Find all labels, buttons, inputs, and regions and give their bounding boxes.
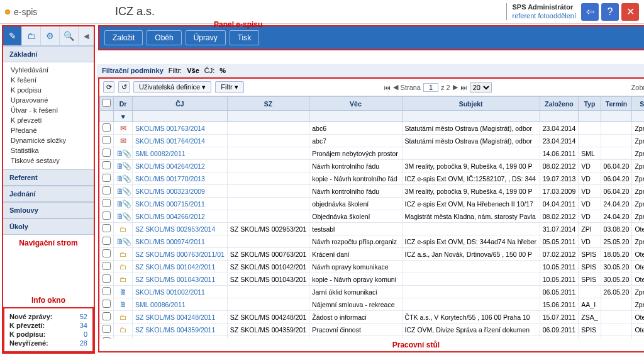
sidebar-item[interactable]: Upravované [3, 95, 94, 105]
row-checkbox[interactable] [103, 123, 111, 132]
sidebar-item[interactable]: Dynamické složky [3, 135, 94, 145]
cj-link[interactable]: SZ SKOL/MS 004248/2011 [135, 313, 215, 321]
cj-link[interactable]: SKOL/MS 001002/2011 [135, 288, 205, 296]
row-checkbox[interactable] [103, 149, 111, 157]
refresh-icon[interactable]: ⟳ [103, 81, 114, 93]
filter-button[interactable]: Filtr ▾ [215, 81, 243, 93]
info-value[interactable]: 28 [71, 339, 87, 347]
info-value[interactable]: 0 [71, 330, 87, 338]
col-header[interactable]: Založeno [540, 97, 579, 111]
cj-link[interactable]: SKOL/MS 000715/2011 [135, 200, 205, 208]
sidebar-item[interactable]: K řešení [3, 75, 94, 85]
row-checkbox[interactable] [103, 224, 111, 232]
cj-link[interactable]: SZ SKOL/MS 002953/2014 [135, 225, 215, 233]
toolbar-btn-založit[interactable]: Založit [104, 30, 143, 45]
cj-link[interactable]: SZ SKOL/MS 000763/2011/01 [135, 251, 225, 258]
pager-first-icon[interactable]: ⏮ [384, 84, 391, 91]
col-header[interactable]: Termín [601, 97, 632, 111]
cj-link[interactable]: SKOL/MS 004264/2012 [135, 162, 205, 170]
cj-link[interactable]: SZ SKOL/MS 001043/2011 [135, 276, 215, 283]
acc-head-2[interactable]: Jednání [3, 186, 94, 202]
sidebar-item[interactable]: Tiskové sestavy [3, 155, 94, 166]
toolbar-btn-oběh[interactable]: Oběh [147, 30, 181, 45]
row-checkbox[interactable] [103, 262, 111, 270]
sidebar-item[interactable]: K převzetí [3, 115, 94, 125]
table-row[interactable]: 🗎📎SKOL/MS 004264/2012Návrh kontrolního ř… [100, 160, 645, 172]
cj-link[interactable]: SKOL/MS 004266/2012 [135, 213, 205, 220]
acc-head-3[interactable]: Smlouvy [3, 202, 94, 218]
row-checkbox[interactable] [103, 312, 111, 320]
table-row[interactable]: 🗀SZ SKOL/MS 004248/2011SZ SKOL/MS 004248… [100, 311, 645, 324]
row-checkbox[interactable] [103, 174, 111, 182]
help-icon[interactable]: ? [601, 3, 619, 21]
col-header[interactable]: Věc [309, 97, 402, 111]
pager-prev-icon[interactable]: ◀ [393, 83, 398, 91]
col-header[interactable]: Subjekt [402, 97, 540, 111]
pager-next-icon[interactable]: ▶ [453, 83, 458, 91]
sidebar-tab-new-icon[interactable]: ✎ [3, 26, 22, 45]
acc-head-4[interactable]: Úkoly [3, 218, 94, 235]
cj-link[interactable]: SKOL/MS 000974/2011 [135, 238, 205, 245]
col-header[interactable]: Stav [632, 97, 644, 111]
reset-icon[interactable]: ↺ [118, 81, 130, 93]
row-checkbox[interactable] [103, 186, 111, 194]
col-header[interactable] [100, 97, 114, 111]
col-header[interactable]: ČJ [133, 97, 228, 111]
filter-dropdown-icon[interactable]: ▾ [121, 113, 125, 120]
cj-link[interactable]: SKOL/MS 001763/2014 [135, 125, 205, 132]
table-row[interactable]: 🗎SML 00086/2011Nájemní smlouva - rekreac… [100, 298, 645, 311]
back-icon[interactable]: ⇦ [581, 3, 599, 21]
row-checkbox[interactable] [103, 161, 111, 169]
table-row[interactable]: 🗎📎SKOL/MS 000715/2011objednávka školeníI… [100, 198, 645, 210]
toolbar-btn-úpravy[interactable]: Úpravy [186, 30, 226, 45]
row-checkbox[interactable] [103, 287, 111, 295]
sidebar-tab-gear-icon[interactable]: ⚙ [41, 26, 60, 45]
table-row[interactable]: 🗀SZ SKOL/MS 001042/2011SZ SKOL/MS 001042… [100, 261, 645, 273]
toolbar-btn-tisk[interactable]: Tisk [230, 30, 260, 45]
cj-link[interactable]: SML 00086/2011 [135, 301, 186, 308]
row-checkbox[interactable] [103, 300, 111, 308]
sidebar-item[interactable]: Vyhledávání [3, 65, 94, 75]
col-header[interactable]: Dr [114, 97, 133, 111]
table-row[interactable]: 🗎📎SKOL/MS 000323/2009Návrh kontrolního ř… [100, 185, 645, 198]
row-checkbox[interactable] [103, 136, 111, 144]
info-value[interactable]: 52 [71, 313, 87, 320]
cj-link[interactable]: SZ SKOL/MS 004359/2011 [135, 326, 215, 334]
row-checkbox[interactable] [103, 249, 111, 257]
sidebar-collapse-icon[interactable]: ◀ [79, 32, 94, 40]
sidebar-item[interactable]: Statistika [3, 145, 94, 155]
table-row[interactable]: 🗎📎SKOL/MS 001770/2013kopie - Návrh kontr… [100, 172, 645, 185]
row-checkbox[interactable] [103, 211, 111, 220]
table-row[interactable]: 🗀SZ SKOL/MS 002953/2014SZ SKOL/MS 002953… [100, 223, 645, 235]
table-row[interactable]: 🗎SKOL/MS 001002/2011Jarní úklid komunika… [100, 286, 645, 298]
userdef-button[interactable]: Uživatelská definice ▾ [133, 81, 211, 93]
cj-link[interactable]: SZ SKOL/MS 001042/2011 [135, 263, 215, 271]
acc-head-1[interactable]: Referent [3, 169, 94, 186]
table-row[interactable]: 🗀SZ SKOL/MS 004359/2011SZ SKOL/MS 004359… [100, 324, 645, 336]
cj-link[interactable]: SKOL/MS 001770/2013 [135, 175, 205, 183]
col-header[interactable]: SZ [227, 97, 309, 111]
row-checkbox[interactable] [103, 237, 111, 245]
info-value[interactable]: 34 [71, 322, 87, 329]
cj-link[interactable]: SML 00082/2011 [135, 150, 186, 157]
cj-link[interactable]: SKOL/MS 000323/2009 [135, 188, 205, 195]
table-row[interactable]: 🗎📎SML 00082/2011Pronájem nebytových pros… [100, 147, 645, 160]
table-row[interactable]: 🗎📎SKOL/MS 004266/2012Objednávka školeníM… [100, 210, 645, 223]
table-row[interactable]: ✉SKOL/MS 001764/2014abc7Statutární město… [100, 135, 645, 147]
table-row[interactable]: 🗀SZ SKOL/MS 001043/2011SZ SKOL/MS 001043… [100, 273, 645, 286]
close-icon[interactable]: ✕ [621, 3, 639, 21]
sidebar-item[interactable]: Útvar - k řešení [3, 105, 94, 115]
cj-link[interactable]: SKOL/MS 001764/2014 [135, 137, 205, 145]
sidebar-tab-search-icon[interactable]: 🔍 [60, 26, 79, 45]
perpage-select[interactable]: 20 [470, 82, 492, 93]
row-checkbox[interactable] [103, 199, 111, 207]
page-input[interactable] [423, 83, 438, 92]
table-row[interactable]: ✉SKOL/MS 001763/2014abc6Statutární město… [100, 122, 645, 135]
table-row[interactable]: 🗀SZ SKOL/MS 000763/2011/01SZ SKOL/MS 000… [100, 248, 645, 261]
row-checkbox[interactable] [103, 274, 111, 283]
row-checkbox[interactable] [103, 325, 111, 333]
select-all-checkbox[interactable] [103, 99, 111, 107]
table-row[interactable]: 🗎📎SKOL/MS 000974/2011Návrh rozpočtu přís… [100, 235, 645, 248]
sidebar-tab-folder-icon[interactable]: 🗀 [22, 26, 41, 45]
col-header[interactable]: Typ [579, 97, 601, 111]
